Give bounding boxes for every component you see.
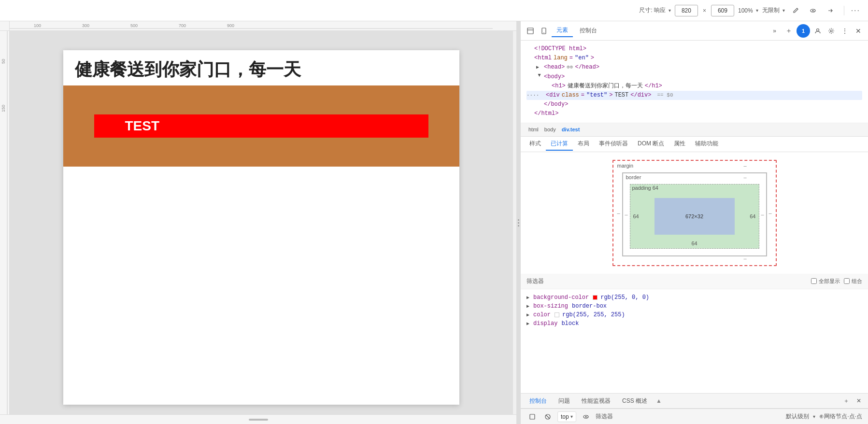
svg-text:700: 700 xyxy=(179,23,186,28)
show-all-group: 全部显示 xyxy=(811,278,840,285)
device-icon-tab[interactable] xyxy=(538,25,550,37)
bottom-close-icon[interactable]: ✕ xyxy=(854,396,864,406)
breadcrumb-html[interactable]: html xyxy=(526,126,541,133)
div-dots: ···· xyxy=(526,91,536,100)
bottom-add-icon[interactable]: ＋ xyxy=(841,396,852,406)
profile-icon[interactable] xyxy=(812,25,824,37)
scroll-indicator xyxy=(249,419,268,421)
more-btn[interactable]: ··· xyxy=(851,6,860,15)
head-arrow[interactable]: ▶ xyxy=(536,64,542,71)
breadcrumb-body[interactable]: body xyxy=(542,126,558,133)
color-swatch[interactable] xyxy=(555,312,559,317)
bottom-tab-console[interactable]: 控制台 xyxy=(525,395,552,407)
dimension-x: × xyxy=(703,7,706,14)
inspect-icon-tab[interactable] xyxy=(525,25,536,37)
margin-label: margin xyxy=(617,163,634,169)
svg-text:150: 150 xyxy=(1,105,6,112)
bottom-tab-issues[interactable]: 问题 xyxy=(554,395,575,407)
bottom-bar-block-btn[interactable] xyxy=(526,411,538,423)
style-tab-a11y[interactable]: 辅助功能 xyxy=(690,138,723,151)
preview-content[interactable]: 健康餐送到你家门口，每一天 TEST xyxy=(10,31,512,414)
prop-color-arrow[interactable]: ▶ xyxy=(526,312,531,318)
pen-tool-btn[interactable] xyxy=(789,4,802,17)
more-tabs[interactable]: » xyxy=(768,26,781,36)
breadcrumb-div[interactable]: div.test xyxy=(560,126,582,133)
zoom-dropdown-arrow[interactable]: ▾ xyxy=(756,8,758,13)
svg-point-1 xyxy=(812,10,813,11)
plus-tab[interactable]: ＋ xyxy=(783,25,795,37)
share-tool-btn[interactable] xyxy=(824,4,837,17)
style-tab-events[interactable]: 事件侦听器 xyxy=(594,138,633,151)
more-vert-icon[interactable]: ⋮ xyxy=(839,25,851,37)
doctype-tag: <!DOCTYPE html> xyxy=(534,44,586,54)
head-tag: <head> xyxy=(544,63,565,72)
svg-point-21 xyxy=(585,416,586,417)
close-icon[interactable]: ✕ xyxy=(853,25,864,37)
style-tab-computed[interactable]: 已计算 xyxy=(546,138,573,151)
prop-bg-color: ▶ background-color rgb(255, 0, 0) xyxy=(526,293,862,302)
show-all-checkbox[interactable] xyxy=(811,278,817,284)
style-tab-dom[interactable]: DOM 断点 xyxy=(633,138,669,151)
prop-color-value: rgb(255, 255, 255) xyxy=(562,311,625,318)
style-tab-styles[interactable]: 样式 xyxy=(525,138,546,151)
html-line-body: ▶ <body> xyxy=(526,72,862,82)
bottom-tab-css[interactable]: CSS 概述 xyxy=(617,395,652,407)
border-dash-left: – xyxy=(625,212,628,217)
bottom-tab-triangle[interactable]: ▲ xyxy=(654,397,664,404)
svg-rect-17 xyxy=(530,414,535,419)
unlimited-group: 无限制 ▾ xyxy=(762,6,785,14)
bottom-tab-perf[interactable]: 性能监视器 xyxy=(577,395,615,407)
user-badge[interactable]: 1 xyxy=(797,24,810,38)
right-scrollbar[interactable] xyxy=(512,31,516,414)
preview-bottom-bar xyxy=(0,414,516,424)
width-input[interactable] xyxy=(675,5,698,16)
main-area: 100 300 500 700 900 50 150 健康餐送 xyxy=(0,21,868,424)
eye-tool-btn[interactable] xyxy=(806,4,820,17)
style-tab-props[interactable]: 属性 xyxy=(669,138,690,151)
body-arrow[interactable]: ▶ xyxy=(535,74,543,80)
elements-tab[interactable]: 元素 xyxy=(552,24,573,37)
resize-handle[interactable] xyxy=(516,21,520,424)
prop-color-name: color xyxy=(533,311,551,318)
console-tab[interactable]: 控制台 xyxy=(575,25,602,37)
resize-dot-1 xyxy=(518,219,519,221)
level-dropdown[interactable]: ▾ xyxy=(813,414,815,419)
prop-display: ▶ display block xyxy=(526,319,862,328)
group-checkbox[interactable] xyxy=(844,278,850,284)
css-filter-bar: 筛选器 全部显示 组合 xyxy=(521,274,868,289)
html-open-tag: <html xyxy=(534,54,552,63)
prop-bg-color-name: background-color xyxy=(533,294,589,301)
prop-bg-color-arrow[interactable]: ▶ xyxy=(526,295,531,300)
level-label: 默认级别 xyxy=(786,412,809,421)
top-label: top xyxy=(561,413,569,420)
bottom-bar-ban-btn[interactable] xyxy=(542,411,554,423)
html-line-div[interactable]: ···· <div class = "test" > TEST </div> =… xyxy=(526,91,862,100)
html-line-doctype: <!DOCTYPE html> xyxy=(526,44,862,54)
padding-box: padding 64 672×32 64 64 64 xyxy=(630,184,759,249)
network-label: ⊕网络节点·点·点 xyxy=(819,412,862,421)
svg-text:50: 50 xyxy=(1,59,6,64)
breadcrumb-bar: html body div.test xyxy=(521,123,868,137)
border-dash-top: – xyxy=(743,174,746,180)
html-line-close-html: </html> xyxy=(526,109,862,118)
svg-text:900: 900 xyxy=(227,23,234,28)
prop-display-arrow[interactable]: ▶ xyxy=(526,321,531,326)
html-line-html: <html lang = "en" > xyxy=(526,54,862,63)
height-input[interactable] xyxy=(711,5,734,16)
unlimited-dropdown-arrow[interactable]: ▾ xyxy=(783,8,785,13)
size-dropdown-arrow[interactable]: ▾ xyxy=(669,8,671,13)
div-text: TEST xyxy=(614,91,628,100)
div-close-tag: </div> xyxy=(630,91,651,100)
html-code-area: <!DOCTYPE html> <html lang = "en" > ▶ <h… xyxy=(521,41,868,123)
bottom-bar-eye-btn[interactable] xyxy=(580,411,592,423)
devtools-panel: 元素 控制台 » ＋ 1 ⋮ ✕ <!DOCTYPE html xyxy=(520,21,868,424)
prop-box-sizing-arrow[interactable]: ▶ xyxy=(526,303,531,309)
style-tab-layout[interactable]: 布局 xyxy=(573,138,594,151)
html-lang-val: "en" xyxy=(575,54,589,63)
top-context-select[interactable]: top ▾ xyxy=(557,411,576,422)
prop-display-name: display xyxy=(533,320,557,327)
bg-color-swatch[interactable] xyxy=(593,295,598,300)
svg-text:500: 500 xyxy=(130,23,138,28)
settings-icon[interactable] xyxy=(825,25,837,37)
filter-label: 筛选器 xyxy=(596,412,613,421)
